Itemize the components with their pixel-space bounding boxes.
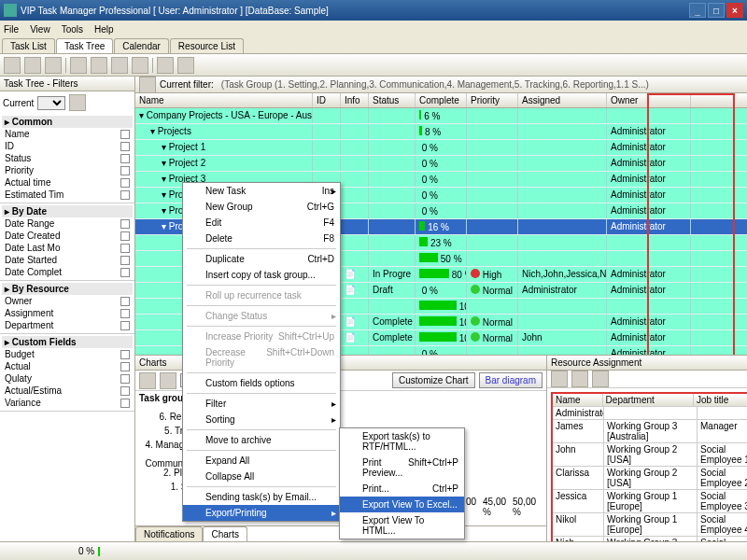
filter-Estimated Tim[interactable]: Estimated Tim [2,189,133,201]
group-By Date[interactable]: ▸ By Date [2,205,133,217]
ctx-New Group[interactable]: New GroupCtrl+G [183,199,340,215]
col-Owner[interactable]: Owner [607,93,691,107]
current-select[interactable] [37,96,65,110]
group-Common[interactable]: ▸ Common [2,116,133,128]
ra-row[interactable]: NikolWorking Group 1 [Europe]Social Empl… [553,513,747,537]
ra-t3[interactable] [592,371,609,387]
maximize-button[interactable]: □ [708,3,725,18]
ra-row[interactable]: NichWorking Group 3 [Australia]Social Em… [553,537,747,541]
close-button[interactable]: × [726,3,743,18]
tool-2[interactable] [24,57,41,74]
ctx-Duplicate[interactable]: DuplicateCtrl+D [183,251,340,267]
tool-9[interactable] [177,57,194,74]
bar-diagram-button[interactable]: Bar diagram [479,372,543,388]
ctx-Delete[interactable]: DeleteF8 [183,231,340,246]
filter-Actual time[interactable]: Actual time [2,176,133,189]
filter-apply-icon[interactable] [69,94,86,111]
task-row[interactable]: ▾ Project 2 0 %Administrator [135,156,747,172]
filter-Date Complet[interactable]: Date Complet [2,266,133,278]
export-submenu[interactable]: Export task(s) to RTF/HTML...Print Previ… [339,427,465,539]
sub-Print Preview...[interactable]: Print Preview...Shift+Ctrl+P [340,455,464,481]
filter-Variance[interactable]: Variance [2,397,133,409]
filter-Date Last Mo[interactable]: Date Last Mo [2,242,133,254]
col-Complete[interactable]: Complete [416,93,467,107]
sub-Print...[interactable]: Print...Ctrl+P [340,481,464,497]
menu-help[interactable]: Help [94,24,114,35]
ctx-Filter[interactable]: Filter▸ [183,396,340,412]
tab-charts[interactable]: Charts [203,526,247,541]
sub-Export task(s) to RTF/HTML...[interactable]: Export task(s) to RTF/HTML... [340,428,464,455]
filter-icon[interactable] [139,77,156,93]
filter-Assignment[interactable]: Assignment [2,307,133,319]
ctx-Sorting[interactable]: Sorting▸ [183,412,340,427]
tool-1[interactable] [4,57,21,74]
tool-8[interactable] [157,57,174,74]
ra-row[interactable]: Administrator [553,407,747,420]
filter-Date Created[interactable]: Date Created [2,230,133,242]
filter-Name[interactable]: Name [2,128,133,140]
ctx-Export/Printing[interactable]: Export/Printing▸ [183,505,340,521]
context-menu[interactable]: New TaskIns▸New GroupCtrl+GEditF4DeleteF… [182,182,341,522]
task-row[interactable]: ▾ Company Projects - USA - Europe - Aust… [135,108,747,124]
maintab-1[interactable]: Task Tree [56,38,113,53]
ra-col-Job title[interactable]: Job title [694,394,747,407]
menu-tools[interactable]: Tools [62,24,83,35]
maintab-3[interactable]: Resource List [170,38,244,53]
col-ID[interactable]: ID [313,93,341,107]
col-Assigned[interactable]: Assigned [518,93,607,107]
tool-5[interactable] [91,57,107,74]
tool-6[interactable] [111,57,128,74]
ctx-Move to archive[interactable]: Move to archive [183,432,340,448]
menu-file[interactable]: File [4,24,19,35]
ctx-Expand All[interactable]: Expand All [183,453,340,469]
minimize-button[interactable]: _ [689,3,706,18]
sub-Export View To Excel...[interactable]: Export View To Excel... [340,497,464,512]
col-Info[interactable]: Info [341,93,369,107]
ctx-Sending task(s) by Email...[interactable]: Sending task(s) by Email... [183,489,340,505]
ra-row[interactable]: JohnWorking Group 2 [USA]Social Employee… [553,443,747,467]
ra-t1[interactable] [551,371,568,387]
filter-Qulaty[interactable]: Qulaty [2,372,133,385]
ra-row[interactable]: JamesWorking Group 3 [Australia]Manager [553,420,747,443]
filter-Actual/Estima[interactable]: Actual/Estima [2,385,133,397]
ra-row[interactable]: ClarissaWorking Group 2 [USA]Social Empl… [553,467,747,490]
filter-Status[interactable]: Status [2,152,133,164]
task-row[interactable]: ▾ Projects 8 %Administrator [135,124,747,140]
filter-Priority[interactable]: Priority [2,164,133,176]
group-Custom Fields[interactable]: ▸ Custom Fields [2,336,133,348]
col-Status[interactable]: Status [369,93,416,107]
col-Name[interactable]: Name [135,93,313,107]
customize-chart-button[interactable]: Customize Chart [392,372,474,388]
maintab-0[interactable]: Task List [2,38,55,53]
chart-t2[interactable] [160,372,176,389]
window-title: VIP Task Manager Professional [ User: Ad… [21,6,329,16]
filter-Date Range[interactable]: Date Range [2,217,133,230]
task-row[interactable]: ▾ Project 1 0 %Administrator [135,140,747,156]
filter-ID[interactable]: ID [2,140,133,152]
tool-3[interactable] [45,57,62,74]
filter-Owner[interactable]: Owner [2,295,133,307]
ctx-Collapse All[interactable]: Collapse All [183,469,340,484]
ctx-Custom fields options[interactable]: Custom fields options [183,375,340,391]
group-By Resource[interactable]: ▸ By Resource [2,283,133,295]
filter-Date Started[interactable]: Date Started [2,254,133,266]
ra-row[interactable]: JessicaWorking Group 1 [Europe]Social Em… [553,490,747,513]
tabbar: Task ListTask TreeCalendarResource List [0,37,747,54]
ctx-New Task[interactable]: New TaskIns▸ [183,183,340,199]
maintab-2[interactable]: Calendar [114,38,169,53]
filter-Actual[interactable]: Actual [2,360,133,372]
ctx-Insert copy of task group...[interactable]: Insert copy of task group... [183,267,340,283]
tool-7[interactable] [132,57,148,74]
ra-col-Name[interactable]: Name [553,394,603,407]
col-Priority[interactable]: Priority [467,93,518,107]
sub-Export View To HTML...[interactable]: Export View To HTML... [340,512,464,539]
ra-t2[interactable] [571,371,588,387]
filter-Budget[interactable]: Budget [2,348,133,360]
tool-4[interactable] [70,57,87,74]
chart-t1[interactable] [139,372,156,389]
ctx-Edit[interactable]: EditF4 [183,215,340,231]
filter-Department[interactable]: Department [2,319,133,331]
menu-view[interactable]: View [30,24,50,35]
tab-notifications[interactable]: Notifications [135,526,203,541]
ra-col-Department[interactable]: Department [603,394,694,407]
